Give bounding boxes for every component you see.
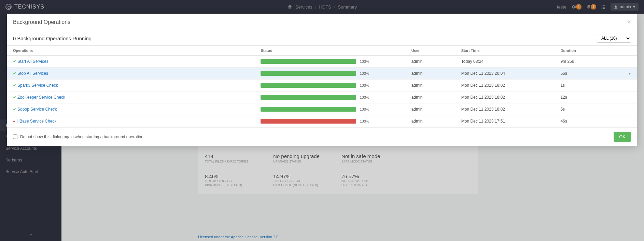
table-row[interactable]: ✔ZooKeeper Service Check100%adminMon Dec… <box>7 91 637 103</box>
duration-cell: 46s <box>554 115 623 127</box>
user-cell: admin <box>405 68 455 80</box>
time-cell: Mon Dec 11 2023 18:02 <box>455 103 555 115</box>
expand-arrow[interactable] <box>623 103 637 115</box>
ok-button[interactable]: OK <box>614 132 631 142</box>
col-status[interactable]: Status <box>254 46 405 56</box>
progress-pct: 100% <box>360 107 369 111</box>
op-cell[interactable]: ✔Spark3 Service Check <box>7 80 254 91</box>
table-row[interactable]: ✔Spark3 Service Check100%adminMon Dec 11… <box>7 80 637 91</box>
user-cell: admin <box>405 115 455 127</box>
progress-pct: 100% <box>360 59 369 63</box>
progress-pct: 100% <box>360 95 369 99</box>
close-icon[interactable]: × <box>627 18 631 26</box>
check-icon: ✔ <box>13 71 16 75</box>
progress-bar <box>261 59 356 64</box>
expand-arrow[interactable] <box>623 56 637 68</box>
duration-cell: 9m 25s <box>554 56 623 68</box>
expand-arrow[interactable] <box>623 91 637 103</box>
op-cell[interactable]: ✔ZooKeeper Service Check <box>7 91 254 103</box>
duration-cell: 1s <box>554 80 623 91</box>
progress-bar <box>261 119 356 124</box>
user-cell: admin <box>405 80 455 91</box>
check-icon: ✔ <box>13 83 16 87</box>
user-cell: admin <box>405 103 455 115</box>
col-operations[interactable]: Operations <box>7 46 254 56</box>
op-cell[interactable]: ●HBase Service Check <box>7 115 254 127</box>
op-name: Spark3 Service Check <box>17 83 58 88</box>
progress-bar <box>261 107 356 112</box>
check-icon: ✔ <box>13 95 16 99</box>
dont-show-checkbox[interactable]: Do not show this dialog again when start… <box>13 134 143 139</box>
modal-subheader: 0 Background Operations Running ALL (10) <box>7 30 637 45</box>
col-user[interactable]: User <box>405 46 455 56</box>
progress-bar <box>261 83 356 88</box>
expand-arrow[interactable]: ▸ <box>623 68 637 80</box>
progress-pct: 100% <box>360 83 369 87</box>
time-cell: Mon Dec 11 2023 18:02 <box>455 91 555 103</box>
op-cell[interactable]: ✔Sqoop Service Check <box>7 103 254 115</box>
col-start-time[interactable]: Start Time <box>455 46 555 56</box>
dont-show-label: Do not show this dialog again when start… <box>20 134 143 139</box>
duration-cell: 12s <box>554 91 623 103</box>
filter-select[interactable]: ALL (10) <box>597 34 631 43</box>
user-cell: admin <box>405 56 455 68</box>
error-icon: ● <box>13 119 15 123</box>
expand-arrow[interactable] <box>623 80 637 91</box>
table-row[interactable]: ✔Sqoop Service Check100%adminMon Dec 11 … <box>7 103 637 115</box>
op-cell[interactable]: ✔Start All Services <box>7 56 254 68</box>
status-cell: 100% <box>254 80 405 91</box>
time-cell: Today 08:24 <box>455 56 555 68</box>
col-duration[interactable]: Duration <box>554 46 623 56</box>
status-cell: 100% <box>254 68 405 80</box>
status-cell: 100% <box>254 115 405 127</box>
modal-title: Background Operations <box>13 19 70 25</box>
dont-show-input[interactable] <box>13 134 17 139</box>
op-cell[interactable]: ✔Stop All Services <box>7 68 254 80</box>
operations-table: Operations Status User Start Time Durati… <box>7 45 637 127</box>
time-cell: Mon Dec 11 2023 20:04 <box>455 68 555 80</box>
status-cell: 100% <box>254 103 405 115</box>
time-cell: Mon Dec 11 2023 17:51 <box>455 115 555 127</box>
op-name: HBase Service Check <box>17 119 57 124</box>
duration-cell: 56s <box>554 68 623 80</box>
table-row[interactable]: ✔Stop All Services100%adminMon Dec 11 20… <box>7 68 637 80</box>
time-cell: Mon Dec 11 2023 18:02 <box>455 80 555 91</box>
status-cell: 100% <box>254 56 405 68</box>
modal-footer: Do not show this dialog again when start… <box>7 127 637 146</box>
check-icon: ✔ <box>13 59 16 63</box>
modal-subtitle: 0 Background Operations Running <box>13 36 92 41</box>
progress-pct: 100% <box>360 71 369 75</box>
status-cell: 100% <box>254 91 405 103</box>
progress-pct: 100% <box>360 119 369 123</box>
duration-cell: 5s <box>554 103 623 115</box>
op-name: Start All Services <box>17 59 48 64</box>
modal-header: Background Operations × <box>7 14 637 30</box>
op-name: ZooKeeper Service Check <box>17 95 65 100</box>
filter-dropdown[interactable]: ALL (10) <box>597 34 631 43</box>
progress-bar <box>261 95 356 100</box>
background-operations-modal: Background Operations × 0 Background Ope… <box>7 14 637 146</box>
check-icon: ✔ <box>13 107 16 111</box>
op-name: Stop All Services <box>17 71 48 76</box>
progress-bar <box>261 71 356 76</box>
user-cell: admin <box>405 91 455 103</box>
expand-arrow[interactable] <box>623 115 637 127</box>
op-name: Sqoop Service Check <box>17 107 57 112</box>
table-row[interactable]: ●HBase Service Check100%adminMon Dec 11 … <box>7 115 637 127</box>
table-row[interactable]: ✔Start All Services100%adminToday 08:249… <box>7 56 637 68</box>
